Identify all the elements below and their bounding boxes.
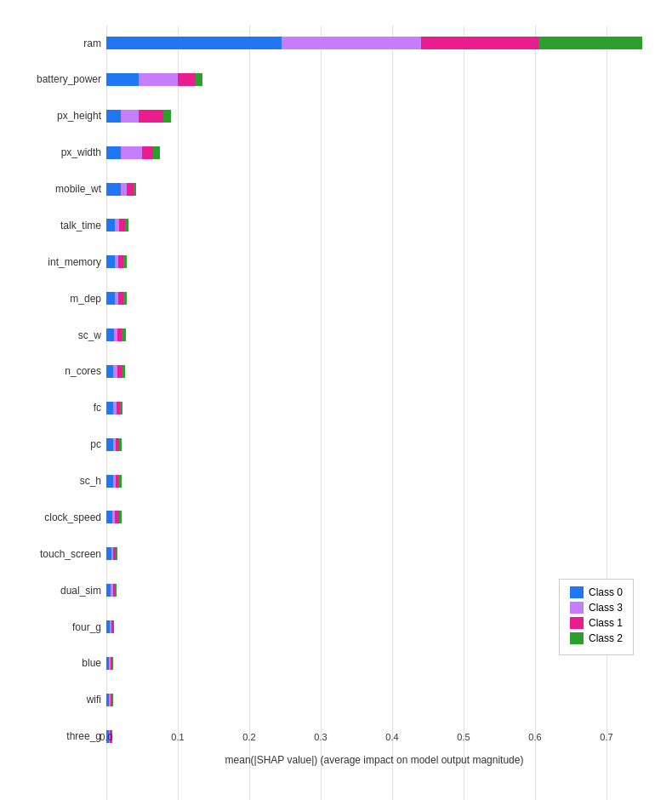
bar-segment-c1 [178,73,196,86]
bar-segment-c2 [125,219,128,231]
bar-segment-c2 [134,183,136,196]
bar-segment-c0 [106,402,113,414]
y-tick-label: clock_speed [44,511,106,523]
bar-wrap [106,536,642,571]
bar-row: mobile_wt [106,172,642,207]
bar-segment-c2 [123,255,127,268]
y-tick-label: m_dep [70,293,106,305]
bar-segment-c2 [119,511,122,523]
y-tick-label: int_memory [48,256,106,268]
bar-wrap [106,26,642,60]
bar-wrap [106,427,642,462]
y-tick-label: px_width [61,146,106,158]
bar-segment-c1 [421,37,539,49]
legend-label: Class 2 [589,632,623,644]
bar-row: talk_time [106,208,642,243]
bar-wrap [106,354,642,389]
x-tick-label: 0.7 [600,732,612,742]
bar-segment-c2 [120,402,122,414]
x-tick-label: 0.1 [171,732,184,742]
x-tick-label: 0.4 [385,732,398,742]
y-tick-label: talk_time [60,220,106,231]
bar-wrap [106,464,642,499]
bar-row: clock_speed [106,500,642,534]
bar-segment-c2 [122,329,125,341]
bar-segment-c1 [142,146,153,159]
bar-row: m_dep [106,281,642,316]
bar-segment-c2 [196,73,202,86]
bar-row: sc_w [106,317,642,352]
x-axis: 0.00.10.20.30.40.50.60.7 mean(|SHAP valu… [106,729,642,766]
legend-item: Class 1 [570,617,623,629]
bar-segment-c0 [106,365,113,378]
bar-wrap [106,62,642,97]
bar-row: fc [106,391,642,426]
y-tick-label: fc [94,402,106,414]
x-tick-label: 0.2 [242,732,255,742]
x-axis-label: mean(|SHAP value|) (average impact on mo… [106,754,642,766]
y-tick-label: sc_w [78,329,106,341]
chart-area: rambattery_powerpx_heightpx_widthmobile_… [106,26,642,723]
bar-segment-c0 [106,110,121,123]
bar-segment-c2 [119,438,122,451]
bar-row: wifi [106,683,642,717]
y-tick-label: n_cores [65,365,106,377]
legend-label: Class 3 [589,602,623,614]
bar-segment-c0 [106,329,114,341]
bar-segment-c2 [153,146,160,159]
bar-segment-c0 [106,73,139,86]
bar-segment-c3 [282,37,421,49]
bar-segment-c3 [139,73,178,86]
legend-item: Class 0 [570,586,623,598]
bar-wrap [106,317,642,352]
y-tick-label: mobile_wt [55,183,106,195]
y-tick-label: px_height [57,110,106,122]
bar-wrap [106,135,642,170]
bar-segment-c0 [106,292,115,305]
bar-segment-c3 [121,183,127,196]
legend-label: Class 0 [589,586,623,598]
legend-item: Class 2 [570,632,623,644]
bar-segment-c0 [106,438,113,451]
x-tick-label: 0.6 [528,732,541,742]
legend-color-box [570,586,584,598]
legend: Class 0Class 3Class 1Class 2 [559,579,634,655]
y-tick-label: sc_h [80,475,106,487]
bar-wrap [106,208,642,243]
legend-color-box [570,602,584,614]
legend-color-box [570,632,584,644]
x-ticks: 0.00.10.20.30.40.50.60.7 [106,732,642,749]
bar-segment-c1 [119,219,125,231]
x-tick-label: 0.3 [314,732,327,742]
y-tick-label: wifi [87,694,106,706]
bar-segment-c2 [116,547,118,560]
chart-container: rambattery_powerpx_heightpx_widthmobile_… [13,9,659,791]
legend-label: Class 1 [589,617,623,629]
bar-wrap [106,281,642,316]
bar-row: sc_h [106,464,642,499]
bar-segment-c2 [115,584,117,597]
bar-segment-c1 [127,183,134,196]
bar-segment-c0 [106,255,115,268]
y-tick-label: ram [83,37,106,49]
bar-segment-c2 [538,37,642,49]
bar-segment-c0 [106,183,121,196]
y-tick-label: dual_sim [60,585,106,597]
y-tick-label: four_g [72,621,106,633]
bar-segment-c2 [123,292,127,305]
bar-segment-c2 [118,475,121,488]
bar-wrap [106,391,642,426]
bar-segment-c0 [106,146,121,159]
bar-row: battery_power [106,62,642,97]
x-tick-label: 0.0 [100,732,112,742]
bar-row: pc [106,427,642,462]
bar-row: px_width [106,135,642,170]
y-tick-label: battery_power [37,73,106,85]
bar-row: px_height [106,99,642,134]
bar-segment-c1 [139,110,163,123]
legend-color-box [570,617,584,629]
y-tick-label: blue [82,657,106,669]
bar-segment-c2 [122,365,125,378]
bar-row: touch_screen [106,536,642,571]
bar-row: n_cores [106,354,642,389]
